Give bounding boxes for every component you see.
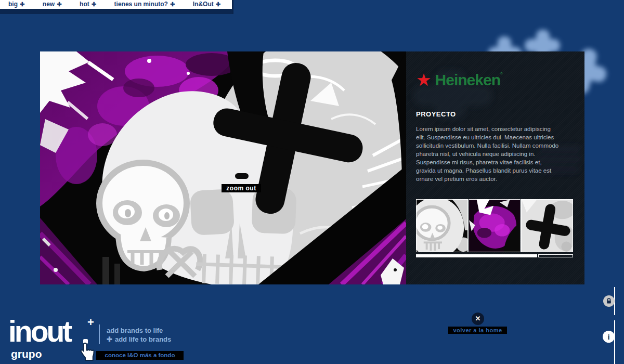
side-rail-line [614,320,615,364]
nav-label: hot [80,0,89,9]
heineken-star-icon: ★ [416,71,432,88]
zoom-out-button[interactable]: zoom out [222,184,261,192]
nav-label: In&Out [193,0,214,9]
volver-a-la-home-link[interactable]: volver a la home [448,327,507,334]
thumbnail-skull-sketch[interactable] [416,199,468,252]
tagline-line1: add brands to life [107,327,163,334]
info-icon[interactable]: i [603,331,615,343]
heineken-logo: ★ Heineken° [416,71,502,88]
top-navbar: big ✚ new ✚ hot ✚ tienes un minuto? ✚ In… [0,0,232,9]
project-image-viewer[interactable]: zoom out [40,51,406,284]
navbar-shadow [0,9,232,14]
nav-item-tienes-un-minuto[interactable]: tienes un minuto? ✚ [114,0,175,9]
tagline-divider [99,324,100,344]
thumbnail-purple-graffiti[interactable] [469,199,521,252]
nav-item-big[interactable]: big ✚ [8,0,24,9]
navbar-edge [232,0,233,14]
scrollbar-fill [416,254,537,257]
plus-icon: ✚ [107,335,112,343]
page: big ✚ new ✚ hot ✚ tienes un minuto? ✚ In… [0,0,624,364]
tagline-line2: ✚ add life to brands [107,335,171,343]
scrollbar-handle[interactable] [538,254,573,257]
logo-dot [83,339,88,344]
plus-icon: ✚ [216,2,220,7]
project-heading: PROYECTO [416,110,456,118]
thumbnail-black-cross[interactable] [521,199,573,252]
plus-icon: ✚ [57,2,61,7]
plus-icon: ✚ [170,2,175,7]
logo-grupo-label: grupo [11,348,42,360]
nav-label: new [43,0,55,9]
plus-icon: ✚ [92,2,96,7]
hand-cursor-icon [79,341,95,362]
plus-icon: ✚ [20,2,24,7]
inout-logo: inout [8,316,70,346]
close-icon[interactable]: ✕ [472,313,484,325]
heineken-wordmark: Heineken° [435,71,502,88]
nav-item-hot[interactable]: hot ✚ [80,0,96,9]
nav-label: tienes un minuto? [114,0,168,9]
thumbnail-strip [416,199,574,252]
registered-mark: ° [500,71,502,79]
project-description: Lorem ipsum dolor sit amet, consectetur … [416,125,560,183]
zoom-out-minus-icon[interactable] [235,173,249,179]
conoce-mas-link[interactable]: conoce I&O más a fondo [96,351,184,360]
project-panel: ★ Heineken° PROYECTO Lorem ipsum dolor s… [406,51,584,284]
nav-item-inout[interactable]: In&Out ✚ [193,0,220,9]
nav-item-new[interactable]: new ✚ [43,0,62,9]
graffiti-skull-artwork [40,51,406,284]
thumbnail-scrollbar[interactable] [416,254,573,257]
nav-label: big [8,0,18,9]
lock-icon[interactable] [603,295,615,307]
logo-plus-icon: + [87,316,94,329]
